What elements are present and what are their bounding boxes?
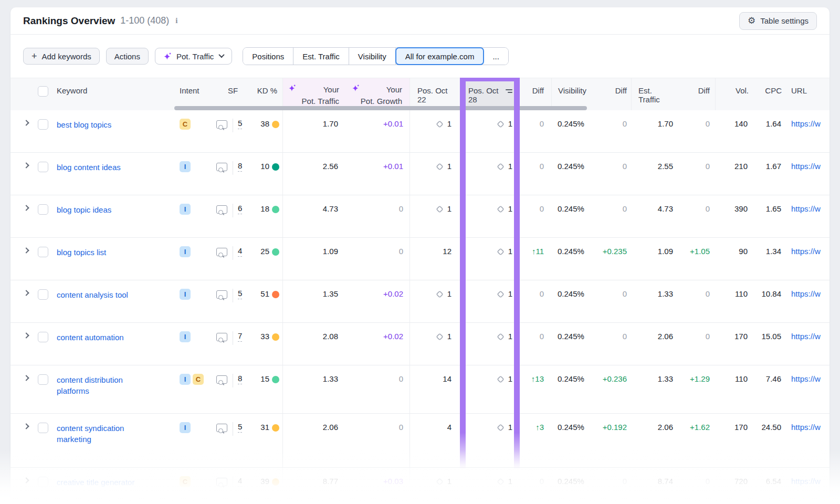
url-link[interactable]: https://w bbox=[791, 119, 821, 128]
sf-value[interactable]: 4 bbox=[238, 476, 242, 487]
sf-value[interactable]: 5 bbox=[238, 422, 242, 433]
sf-value[interactable]: 7 bbox=[238, 331, 242, 342]
row-checkbox[interactable] bbox=[38, 162, 48, 172]
column-header-volume[interactable]: Vol. bbox=[715, 78, 752, 110]
row-checkbox[interactable] bbox=[38, 332, 48, 342]
sf-value[interactable]: 8 bbox=[238, 374, 242, 384]
pot-growth-value: 0 bbox=[399, 247, 403, 256]
keyword-link[interactable]: best blog topics bbox=[57, 119, 111, 130]
column-header-est-traffic[interactable]: Est. Traffic bbox=[631, 78, 686, 110]
tab-more[interactable]: ... bbox=[484, 48, 508, 65]
serp-features-icon[interactable] bbox=[216, 120, 227, 129]
column-header-pos-diff[interactable]: Diff bbox=[520, 78, 551, 110]
pot-growth-value: 0 bbox=[399, 204, 403, 213]
expand-chevron-icon[interactable] bbox=[23, 477, 29, 483]
keyword-link[interactable]: blog topics list bbox=[57, 247, 106, 258]
column-header-pot-traffic[interactable]: YourPot. Traffic bbox=[282, 78, 346, 110]
horizontal-scrollbar-thumb[interactable] bbox=[174, 106, 587, 110]
pos-oct22-value: 12 bbox=[443, 247, 452, 256]
intent-badge-C: C bbox=[180, 476, 191, 487]
column-header-intent[interactable]: Intent bbox=[175, 78, 216, 110]
metric-selector-dropdown[interactable]: Pot. Traffic bbox=[155, 48, 232, 65]
serp-feature-position-icon bbox=[435, 290, 444, 299]
keyword-link[interactable]: content analysis tool bbox=[57, 289, 128, 300]
table-settings-button[interactable]: ⚙ Table settings bbox=[739, 12, 817, 30]
tab-all-for-example[interactable]: All for example.com bbox=[395, 47, 485, 65]
url-link[interactable]: https://w bbox=[791, 162, 821, 171]
url-link[interactable]: https://w bbox=[791, 289, 821, 298]
visibility-value: 0.245% bbox=[558, 289, 584, 298]
serp-features-icon[interactable] bbox=[216, 478, 227, 486]
url-link[interactable]: https://w bbox=[791, 247, 821, 256]
pot-growth-value: +0.02 bbox=[383, 332, 403, 341]
pos-diff-value: 0 bbox=[540, 332, 544, 341]
add-keywords-button[interactable]: + Add keywords bbox=[23, 48, 100, 65]
sf-value[interactable]: 5 bbox=[238, 119, 242, 129]
column-header-pos-oct28[interactable]: Pos. Oct 28 bbox=[460, 78, 520, 110]
column-header-visibility-diff[interactable]: Diff bbox=[602, 78, 631, 110]
keyword-link[interactable]: content syndication marketing bbox=[57, 423, 156, 445]
keyword-link[interactable]: blog content ideas bbox=[57, 162, 121, 173]
row-checkbox[interactable] bbox=[38, 247, 48, 257]
column-header-pos-oct22[interactable]: Pos. Oct 22 bbox=[410, 78, 460, 110]
serp-features-icon[interactable] bbox=[216, 375, 227, 384]
expand-chevron-icon[interactable] bbox=[23, 162, 29, 168]
url-link[interactable]: https://w bbox=[791, 423, 821, 432]
column-header-pot-growth[interactable]: YourPot. Growth bbox=[346, 78, 410, 110]
serp-features-icon[interactable] bbox=[216, 248, 227, 256]
volume-value: 210 bbox=[734, 162, 748, 171]
serp-features-icon[interactable] bbox=[216, 333, 227, 341]
expand-chevron-icon[interactable] bbox=[23, 423, 29, 429]
sf-value[interactable]: 6 bbox=[238, 204, 242, 214]
column-header-visibility[interactable]: Visibility bbox=[551, 78, 602, 110]
sf-value[interactable]: 4 bbox=[238, 246, 242, 257]
est-traffic-value: 8.74 bbox=[658, 477, 673, 486]
url-link[interactable]: https://w bbox=[791, 332, 821, 341]
row-checkbox[interactable] bbox=[38, 204, 48, 215]
expand-chevron-icon[interactable] bbox=[23, 332, 29, 338]
column-header-kd[interactable]: KD % bbox=[249, 78, 282, 110]
tab-positions[interactable]: Positions bbox=[243, 48, 293, 65]
serp-features-icon[interactable] bbox=[216, 424, 227, 432]
pos-diff-value: ↑3 bbox=[536, 423, 544, 432]
keyword-link[interactable]: content automation bbox=[57, 332, 124, 343]
url-link[interactable]: https://w bbox=[791, 204, 821, 213]
select-all-checkbox[interactable] bbox=[38, 86, 48, 97]
column-header-cpc[interactable]: CPC bbox=[752, 78, 784, 110]
visibility-diff-value: 0 bbox=[623, 204, 627, 213]
row-checkbox[interactable] bbox=[38, 289, 48, 300]
expand-chevron-icon[interactable] bbox=[23, 375, 29, 381]
row-checkbox[interactable] bbox=[38, 423, 48, 433]
expand-chevron-icon[interactable] bbox=[23, 205, 29, 211]
column-header-keyword[interactable]: Keyword bbox=[55, 78, 175, 110]
sf-value[interactable]: 8 bbox=[238, 161, 242, 172]
serp-features-icon[interactable] bbox=[216, 290, 227, 299]
serp-feature-position-icon bbox=[435, 477, 444, 486]
expand-chevron-icon[interactable] bbox=[23, 120, 29, 125]
row-checkbox[interactable] bbox=[38, 374, 48, 385]
row-checkbox[interactable] bbox=[38, 119, 48, 130]
sf-value[interactable]: 5 bbox=[238, 289, 242, 299]
tab-est-traffic[interactable]: Est. Traffic bbox=[293, 48, 349, 65]
actions-button[interactable]: Actions bbox=[106, 48, 149, 65]
expand-chevron-icon[interactable] bbox=[23, 247, 29, 253]
keyword-link[interactable]: blog topic ideas bbox=[57, 204, 111, 215]
tab-visibility[interactable]: Visibility bbox=[349, 48, 396, 65]
keyword-link[interactable]: content distribution platforms bbox=[57, 374, 156, 396]
url-link[interactable]: https://w bbox=[791, 477, 821, 486]
serp-features-icon[interactable] bbox=[216, 163, 227, 171]
expand-chevron-icon[interactable] bbox=[23, 290, 29, 296]
url-link[interactable]: https://w bbox=[791, 374, 821, 383]
column-header-sf[interactable]: SF bbox=[216, 78, 249, 110]
column-header-url[interactable]: URL bbox=[784, 78, 830, 110]
column-header-est-traffic-diff[interactable]: Diff bbox=[686, 78, 715, 110]
intent-badges: I bbox=[175, 195, 216, 237]
keyword-link[interactable]: creative title generator bbox=[57, 477, 134, 488]
serp-features-icon[interactable] bbox=[216, 205, 227, 214]
row-checkbox[interactable] bbox=[38, 477, 48, 487]
info-icon[interactable]: i bbox=[175, 16, 177, 25]
plus-icon: + bbox=[32, 51, 37, 61]
cpc-value: 1.34 bbox=[766, 247, 781, 256]
visibility-value: 0.245% bbox=[558, 162, 584, 171]
kd-difficulty-dot bbox=[272, 424, 279, 432]
